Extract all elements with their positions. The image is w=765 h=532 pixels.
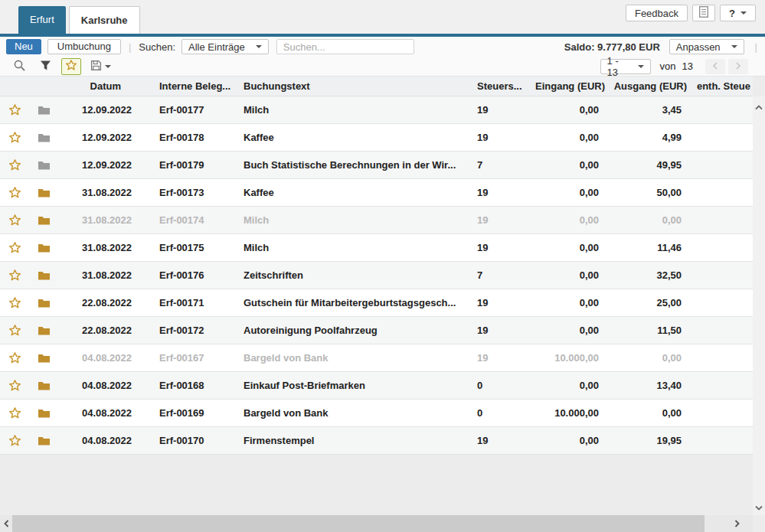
- cell-text: Milch: [244, 96, 477, 123]
- cell-enth: [687, 179, 753, 206]
- column-header-steuer[interactable]: Steuers...: [477, 77, 522, 96]
- table-row[interactable]: 04.08.2022Erf-00170Firmenstempel190,0019…: [0, 427, 753, 455]
- help-menu-button[interactable]: ?: [720, 5, 756, 21]
- favorite-star-icon[interactable]: [0, 262, 29, 289]
- table-row[interactable]: 22.08.2022Erf-00172Autoreinigung Poolfah…: [0, 317, 753, 344]
- chevron-right-icon: [734, 518, 740, 530]
- horizontal-scrollbar[interactable]: [0, 515, 765, 532]
- cell-ausgang: 0,00: [605, 344, 687, 371]
- table-row[interactable]: 12.09.2022Erf-00177Milch190,003,45: [0, 96, 753, 124]
- favorite-star-icon[interactable]: [0, 124, 29, 151]
- folder-icon[interactable]: [29, 344, 58, 371]
- favorite-star-icon[interactable]: [0, 289, 29, 316]
- folder-icon[interactable]: [29, 400, 58, 426]
- folder-icon[interactable]: [29, 427, 58, 454]
- folder-icon[interactable]: [29, 152, 58, 178]
- table-row[interactable]: 31.08.2022Erf-00175Milch190,0011,46: [0, 234, 753, 262]
- table-row[interactable]: 04.08.2022Erf-00168Einkauf Post-Briefmar…: [0, 372, 753, 400]
- scroll-left-button[interactable]: [0, 515, 12, 532]
- cell-steuer: 0: [477, 400, 522, 426]
- folder-icon[interactable]: [29, 207, 58, 233]
- favorite-star-icon[interactable]: [0, 344, 29, 371]
- favorite-star-icon[interactable]: [0, 372, 29, 399]
- search-input[interactable]: [276, 39, 414, 54]
- search-toggle-button[interactable]: [9, 58, 29, 75]
- favorite-star-icon[interactable]: [0, 400, 29, 426]
- folder-icon[interactable]: [29, 124, 58, 151]
- next-page-button[interactable]: [728, 59, 748, 74]
- favorites-filter-button[interactable]: [61, 58, 81, 75]
- filter-button[interactable]: [35, 58, 55, 75]
- folder-icon[interactable]: [29, 234, 58, 261]
- chevron-down-icon: [740, 11, 747, 15]
- cell-eingang: 0,00: [522, 372, 605, 399]
- separator: |: [129, 41, 131, 53]
- save-view-button[interactable]: [87, 58, 113, 75]
- search-scope-dropdown[interactable]: Alle Einträge: [181, 39, 269, 54]
- titlebar-actions: Feedback ?: [626, 5, 756, 21]
- folder-icon[interactable]: [29, 96, 58, 123]
- column-header-enth[interactable]: enth. Steue: [687, 77, 753, 96]
- folder-icon[interactable]: [29, 372, 58, 399]
- adjust-dropdown[interactable]: Anpassen: [669, 39, 744, 54]
- favorite-star-icon[interactable]: [0, 96, 29, 123]
- cell-ausgang: 32,50: [605, 262, 687, 289]
- prev-page-button[interactable]: [705, 59, 725, 74]
- table-row[interactable]: 22.08.2022Erf-00171Gutschein für Mitarbe…: [0, 289, 753, 317]
- favorite-star-icon[interactable]: [0, 234, 29, 261]
- favorite-star-icon[interactable]: [0, 427, 29, 454]
- column-header-beleg[interactable]: Interne Beleg...: [132, 77, 244, 96]
- table-row[interactable]: 31.08.2022Erf-00174Milch190,000,00: [0, 207, 753, 234]
- cell-beleg: Erf-00178: [132, 124, 244, 151]
- tab-karlsruhe[interactable]: Karlsruhe: [69, 6, 140, 34]
- cell-eingang: 0,00: [522, 207, 605, 233]
- favorite-star-icon[interactable]: [0, 152, 29, 178]
- folder-icon[interactable]: [29, 317, 58, 344]
- chevron-down-icon: [731, 45, 737, 48]
- scroll-up-button[interactable]: [753, 101, 765, 112]
- chevron-right-icon: [735, 60, 741, 72]
- new-entry-button[interactable]: Neu: [6, 39, 41, 54]
- table-body: 12.09.2022Erf-00177Milch190,003,4512.09.…: [0, 96, 753, 455]
- scroll-down-button[interactable]: [753, 501, 765, 512]
- favorite-star-icon[interactable]: [0, 317, 29, 344]
- horizontal-scrollbar-thumb[interactable]: [12, 515, 705, 532]
- search-icon: [13, 59, 26, 74]
- transfer-button[interactable]: Umbuchung: [47, 39, 121, 54]
- scrollbar-corner: [753, 515, 765, 532]
- table-row[interactable]: 04.08.2022Erf-00167Bargeld von Bank1910.…: [0, 344, 753, 372]
- table-row[interactable]: 04.08.2022Erf-00169Bargeld von Bank010.0…: [0, 400, 753, 427]
- vertical-scrollbar[interactable]: [753, 96, 765, 515]
- favorite-star-icon[interactable]: [0, 207, 29, 233]
- column-header-text[interactable]: Buchungstext: [244, 77, 477, 96]
- page-range-dropdown[interactable]: 1 - 13: [600, 59, 651, 74]
- feedback-button[interactable]: Feedback: [626, 5, 688, 21]
- cell-ausgang: 49,95: [605, 152, 687, 178]
- column-header-ausgang[interactable]: Ausgang (EUR): [605, 77, 687, 96]
- chevron-down-icon: [638, 65, 644, 68]
- folder-icon[interactable]: [29, 289, 58, 316]
- folder-icon[interactable]: [29, 179, 58, 206]
- cell-enth: [687, 427, 753, 454]
- cell-enth: [687, 372, 753, 399]
- favorite-star-icon[interactable]: [0, 179, 29, 206]
- table-row[interactable]: 31.08.2022Erf-00173Kaffee190,0050,00: [0, 179, 753, 207]
- notes-button[interactable]: [692, 5, 715, 21]
- table-toolbar: 1 - 13 von13: [0, 57, 765, 77]
- scroll-right-button[interactable]: [725, 515, 748, 532]
- cell-enth: [687, 207, 753, 233]
- column-header-eingang[interactable]: Eingang (EUR): [522, 77, 605, 96]
- tab-erfurt[interactable]: Erfurt: [18, 6, 66, 34]
- table-row[interactable]: 31.08.2022Erf-00176Zeitschriften70,0032,…: [0, 262, 753, 289]
- cell-steuer: 19: [477, 234, 522, 261]
- cell-ausgang: 25,00: [605, 289, 687, 316]
- cell-enth: [687, 152, 753, 178]
- folder-icon[interactable]: [29, 262, 58, 289]
- cell-datum: 31.08.2022: [58, 179, 132, 206]
- chevron-down-icon: [256, 45, 262, 48]
- cell-text: Kaffee: [244, 124, 477, 151]
- table-row[interactable]: 12.09.2022Erf-00179Buch Statistische Ber…: [0, 152, 753, 179]
- table-row[interactable]: 12.09.2022Erf-00178Kaffee190,004,99: [0, 124, 753, 152]
- cell-datum: 12.09.2022: [58, 152, 132, 178]
- column-header-datum[interactable]: Datum: [58, 77, 132, 96]
